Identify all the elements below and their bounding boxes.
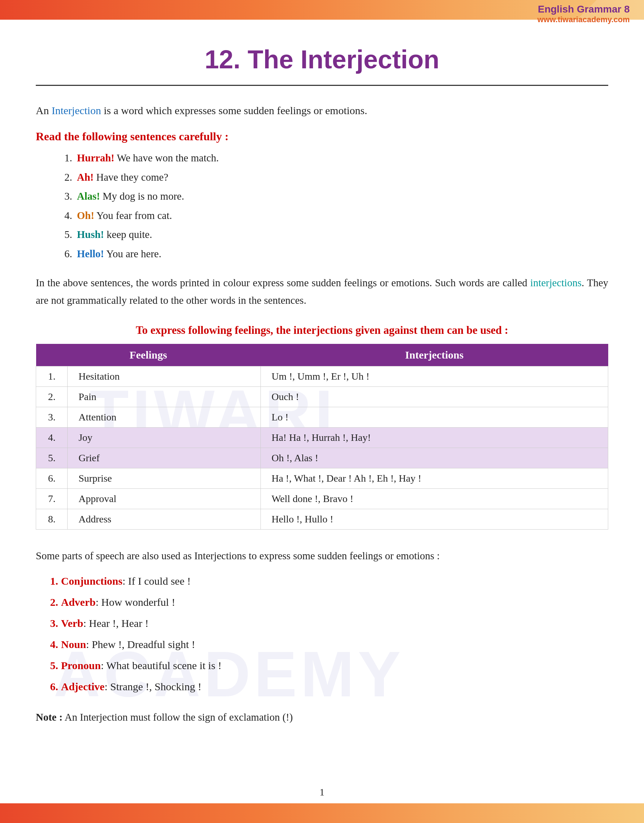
table-cell-num: 2.: [36, 386, 67, 407]
definition-text-before: An: [36, 104, 52, 116]
table-cell-num: 8.: [36, 509, 67, 529]
table-cell-feeling: Grief: [67, 448, 261, 468]
table-cell-num: 1.: [36, 366, 67, 386]
feelings-interjections-table: Feelings Interjections 1. Hesitation Um …: [36, 344, 608, 530]
table-row: 6. Surprise Ha !, What !, Dear ! Ah !, E…: [36, 468, 608, 489]
parts-of-speech-list: 1.Conjunctions: If I could see !2.Adverb…: [50, 573, 608, 694]
page-number: 1: [0, 786, 644, 798]
table-cell-feeling: Attention: [67, 407, 261, 427]
parts-of-speech-intro: Some parts of speech are also used as In…: [36, 547, 608, 564]
pos-list-item: 3.Verb: Hear !, Hear !: [50, 615, 608, 631]
sentence-item: 4.Oh! You fear from cat.: [64, 208, 608, 224]
sentence-item: 6.Hello! You are here.: [64, 246, 608, 262]
table-cell-feeling: Address: [67, 509, 261, 529]
explanation-paragraph: In the above sentences, the words printe…: [36, 274, 608, 310]
main-content: 12. The Interjection An Interjection is …: [0, 20, 644, 783]
table-cell-interjection: Ouch !: [261, 386, 608, 407]
table-header-interjections: Interjections: [261, 344, 608, 366]
table-cell-interjection: Lo !: [261, 407, 608, 427]
table-row: 7. Approval Well done !, Bravo !: [36, 489, 608, 509]
table-cell-num: 6.: [36, 468, 67, 489]
table-cell-num: 4.: [36, 427, 67, 448]
table-cell-num: 5.: [36, 448, 67, 468]
table-header-feelings: Feelings: [36, 344, 261, 366]
table-row: 1. Hesitation Um !, Umm !, Er !, Uh !: [36, 366, 608, 386]
sentence-item: 3.Alas! My dog is no more.: [64, 189, 608, 204]
table-cell-interjection: Um !, Umm !, Er !, Uh !: [261, 366, 608, 386]
table-cell-feeling: Surprise: [67, 468, 261, 489]
table-row: 5. Grief Oh !, Alas !: [36, 448, 608, 468]
branding-block: English Grammar 8 www.tiwariacademy.com: [537, 3, 630, 25]
table-cell-interjection: Hello !, Hullo !: [261, 509, 608, 529]
pos-list-item: 4.Noun: Phew !, Dreadful sight !: [50, 636, 608, 652]
definition-paragraph: An Interjection is a word which expresse…: [36, 102, 608, 119]
table-cell-interjection: Ha !, What !, Dear ! Ah !, Eh !, Hay !: [261, 468, 608, 489]
to-express-heading: To express following feelings, the inter…: [36, 324, 608, 337]
brand-url: www.tiwariacademy.com: [537, 15, 630, 25]
title-divider: [36, 85, 608, 86]
definition-highlighted-word: Interjection: [52, 104, 101, 116]
table-row: 2. Pain Ouch !: [36, 386, 608, 407]
table-cell-interjection: Oh !, Alas !: [261, 448, 608, 468]
bottom-decorative-bar: [0, 803, 644, 823]
table-row: 3. Attention Lo !: [36, 407, 608, 427]
table-cell-feeling: Joy: [67, 427, 261, 448]
sentence-item: 1.Hurrah! We have won the match.: [64, 150, 608, 166]
brand-title: English Grammar 8: [537, 3, 630, 15]
table-cell-feeling: Pain: [67, 386, 261, 407]
table-row: 8. Address Hello !, Hullo !: [36, 509, 608, 529]
table-cell-num: 3.: [36, 407, 67, 427]
pos-list-item: 2.Adverb: How wonderful !: [50, 594, 608, 610]
read-carefully-heading: Read the following sentences carefully :: [36, 130, 608, 143]
table-cell-interjection: Ha! Ha !, Hurrah !, Hay!: [261, 427, 608, 448]
sentence-item: 5.Hush! keep quite.: [64, 227, 608, 243]
table-row: 4. Joy Ha! Ha !, Hurrah !, Hay!: [36, 427, 608, 448]
table-cell-num: 7.: [36, 489, 67, 509]
pos-list-item: 5.Pronoun: What beautiful scene it is !: [50, 657, 608, 673]
note-label: Note :: [36, 711, 63, 723]
table-cell-interjection: Well done !, Bravo !: [261, 489, 608, 509]
note-section: Note : An Interjection must follow the s…: [36, 709, 608, 725]
table-cell-feeling: Hesitation: [67, 366, 261, 386]
pos-list-item: 1.Conjunctions: If I could see !: [50, 573, 608, 589]
table-cell-feeling: Approval: [67, 489, 261, 509]
note-text: An Interjection must follow the sign of …: [63, 711, 293, 723]
definition-text-after: is a word which expresses some sudden fe…: [101, 104, 367, 116]
sentences-list: 1.Hurrah! We have won the match.2.Ah! Ha…: [64, 150, 608, 262]
pos-list-item: 6.Adjective: Strange !, Shocking !: [50, 679, 608, 694]
page-title: 12. The Interjection: [36, 45, 608, 74]
sentence-item: 2.Ah! Have they come?: [64, 170, 608, 185]
